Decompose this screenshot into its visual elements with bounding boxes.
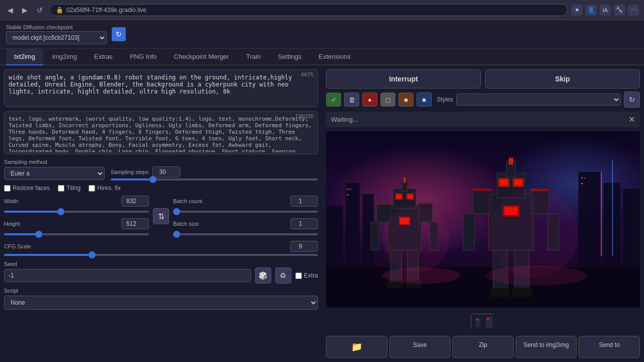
main-content: 44/75 138/150 Sampling method Euler a xyxy=(0,65,644,362)
tab-train[interactable]: Train xyxy=(238,49,269,65)
color-btn-brown[interactable]: ■ xyxy=(398,93,414,107)
width-slider[interactable] xyxy=(4,211,149,213)
model-select[interactable]: model.ckpt [cc6cb27103] xyxy=(6,31,107,44)
seed-group: Seed 🎲 ♻ Extra xyxy=(4,260,318,284)
url-bar[interactable]: 🔒 02a56ff4-71ff-439e.gradio.live xyxy=(49,4,568,16)
svg-rect-62 xyxy=(612,161,613,256)
svg-rect-10 xyxy=(347,194,348,195)
tabs-bar: txt2img img2img Extras PNG Info Checkpoi… xyxy=(0,49,644,65)
script-select[interactable]: None xyxy=(4,296,318,310)
extra-label-text: Extra xyxy=(304,272,318,279)
tiling-text: Tiling xyxy=(66,185,80,192)
svg-rect-38 xyxy=(473,189,491,214)
svg-point-59 xyxy=(382,267,460,284)
svg-rect-14 xyxy=(326,267,640,308)
styles-refresh-button[interactable]: ↻ xyxy=(624,92,640,108)
svg-rect-24 xyxy=(406,193,414,200)
batch-count-input[interactable] xyxy=(290,196,318,207)
browser-chrome: ◀ ▶ ↺ 🔒 02a56ff4-71ff-439e.gradio.live ★… xyxy=(0,0,644,20)
thumbnail-image[interactable] xyxy=(471,314,495,330)
svg-point-58 xyxy=(489,189,578,278)
send-to-img2img-label: Send to img2img xyxy=(524,341,569,348)
sampling-method-label: Sampling method xyxy=(4,159,105,165)
tiling-label[interactable]: Tiling xyxy=(58,185,80,192)
ext-icon-3[interactable]: 🔧 xyxy=(614,5,625,16)
ext-icon-4[interactable]: ⋯ xyxy=(628,5,639,16)
interrupt-button[interactable]: Interrupt xyxy=(326,69,481,88)
height-input[interactable] xyxy=(121,218,149,229)
cfg-scale-input[interactable] xyxy=(290,241,318,252)
tab-checkpoint-merger[interactable]: Checkpoint Merger xyxy=(166,49,237,65)
swap-dims-button[interactable]: ⇅ xyxy=(153,208,169,224)
negative-prompt-input[interactable] xyxy=(5,112,317,152)
mech-scene xyxy=(326,131,640,308)
save-button[interactable]: Save xyxy=(389,336,451,358)
batch-size-input[interactable] xyxy=(290,218,318,229)
ext-icon-2[interactable]: IA xyxy=(600,5,611,16)
tab-img2img[interactable]: img2img xyxy=(44,49,85,65)
reload-button[interactable]: ↺ xyxy=(34,5,45,15)
svg-rect-50 xyxy=(512,289,532,297)
tab-extensions[interactable]: Extensions xyxy=(310,49,359,65)
height-slider[interactable] xyxy=(4,233,149,235)
cfg-scale-slider[interactable] xyxy=(4,254,318,256)
seed-label: Seed xyxy=(4,261,17,267)
svg-rect-12 xyxy=(584,177,586,178)
batch-size-group: Batch size xyxy=(173,218,318,237)
svg-rect-44 xyxy=(513,178,524,187)
svg-rect-66 xyxy=(476,319,478,320)
zip-button[interactable]: Zip xyxy=(452,336,514,358)
sampling-steps-slider[interactable] xyxy=(111,178,318,180)
extra-checkbox[interactable] xyxy=(295,273,302,279)
styles-label-text: Styles xyxy=(437,96,453,103)
dims-batch-row: Width Height xyxy=(4,196,318,237)
width-input[interactable] xyxy=(121,196,149,207)
tab-settings[interactable]: Settings xyxy=(270,49,309,65)
refresh-model-button[interactable]: ↻ xyxy=(112,27,126,41)
tiling-checkbox[interactable] xyxy=(58,185,64,192)
tab-extras[interactable]: Extras xyxy=(86,49,121,65)
positive-prompt-input[interactable] xyxy=(5,70,317,105)
sampling-method-select[interactable]: Euler a xyxy=(4,167,105,180)
send-to-button[interactable]: Send to xyxy=(579,336,640,358)
svg-point-57 xyxy=(382,206,449,273)
seed-input[interactable] xyxy=(4,269,251,282)
batch-size-slider[interactable] xyxy=(173,233,318,235)
bookmark-btn[interactable]: ★ xyxy=(572,5,583,16)
styles-select[interactable] xyxy=(456,94,621,106)
send-to-img2img-button[interactable]: Send to img2img xyxy=(516,336,577,358)
ext-icon-1[interactable]: 👤 xyxy=(586,5,597,16)
seed-random-button[interactable]: 🎲 xyxy=(255,267,271,284)
color-btn-red[interactable]: ● xyxy=(362,93,377,107)
top-bar: Stable Diffusion checkpoint model.ckpt [… xyxy=(0,20,644,49)
sampling-method-group: Sampling method Euler a xyxy=(4,159,105,180)
restore-faces-label[interactable]: Restore faces xyxy=(4,185,50,192)
seed-recycle-button[interactable]: ♻ xyxy=(275,267,291,284)
restore-faces-checkbox[interactable] xyxy=(4,185,11,192)
sampling-row: Sampling method Euler a Sampling steps xyxy=(4,158,318,180)
close-output-button[interactable]: ✕ xyxy=(628,115,635,124)
svg-rect-9 xyxy=(350,189,351,190)
url-text: 02a56ff4-71ff-439e.gradio.live xyxy=(66,7,146,14)
tab-txt2img[interactable]: txt2img xyxy=(6,49,43,65)
batch-count-slider[interactable] xyxy=(173,211,318,213)
apply-styles-button[interactable]: ✓ xyxy=(326,93,341,107)
tab-png-info[interactable]: PNG Info xyxy=(122,49,165,65)
hires-fix-checkbox[interactable] xyxy=(89,185,95,192)
color-btn-blue[interactable]: ■ xyxy=(417,93,432,107)
color-btn-white[interactable]: ◻ xyxy=(380,93,395,107)
hires-fix-label[interactable]: Hires. fix xyxy=(89,185,121,192)
left-panel: 44/75 138/150 Sampling method Euler a xyxy=(0,65,322,362)
negative-prompt-container: 138/150 xyxy=(4,111,318,154)
extra-checkbox-label[interactable]: Extra xyxy=(295,272,318,279)
zip-label: Zip xyxy=(479,341,488,348)
skip-button[interactable]: Skip xyxy=(485,69,640,88)
bottom-actions: 📁 Save Zip Send to img2img Send to xyxy=(326,336,640,358)
svg-rect-46 xyxy=(509,158,513,164)
negative-char-count: 138/150 xyxy=(295,114,313,119)
clear-styles-button[interactable]: 🗑 xyxy=(344,93,359,107)
forward-button[interactable]: ▶ xyxy=(20,5,30,15)
folder-button[interactable]: 📁 xyxy=(326,336,387,358)
svg-rect-13 xyxy=(581,183,583,184)
back-button[interactable]: ◀ xyxy=(5,5,16,15)
